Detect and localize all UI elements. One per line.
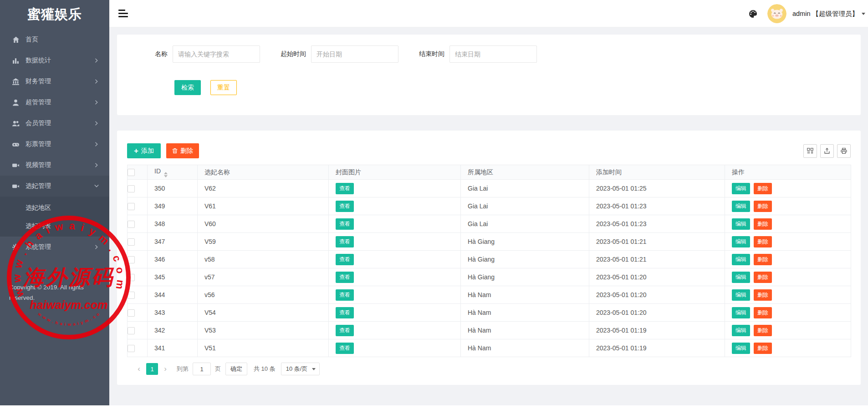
delete-row-button[interactable]: 删除 bbox=[754, 254, 772, 265]
batch-delete-button[interactable]: 删除 bbox=[166, 143, 199, 158]
next-page-icon[interactable]: › bbox=[160, 363, 170, 375]
sidebar-submenu-consort: 选妃地区选妃列表 bbox=[0, 197, 109, 237]
view-cover-button[interactable]: 查看 bbox=[336, 307, 354, 318]
cell-name: V62 bbox=[198, 180, 329, 197]
view-cover-button[interactable]: 查看 bbox=[336, 236, 354, 247]
row-checkbox[interactable] bbox=[128, 256, 135, 263]
cell-name: V53 bbox=[198, 322, 329, 339]
sidebar-item-video[interactable]: 视频管理 bbox=[0, 155, 109, 176]
chevron-right-icon bbox=[94, 162, 99, 168]
filter-columns-button[interactable] bbox=[803, 144, 817, 158]
edit-button[interactable]: 编辑 bbox=[732, 343, 750, 354]
cell-region: Hà Nam bbox=[461, 286, 589, 304]
edit-button[interactable]: 编辑 bbox=[732, 254, 750, 265]
home-icon bbox=[12, 36, 20, 44]
cell-id: 341 bbox=[148, 339, 198, 357]
add-button[interactable]: + 添加 bbox=[127, 143, 161, 158]
keyword-input[interactable] bbox=[173, 45, 260, 63]
view-cover-button[interactable]: 查看 bbox=[336, 325, 354, 336]
sidebar-item-consort[interactable]: 选妃管理 bbox=[0, 176, 109, 197]
row-checkbox[interactable] bbox=[128, 292, 135, 299]
current-page[interactable]: 1 bbox=[146, 363, 158, 375]
sidebar-item-finance[interactable]: 财务管理 bbox=[0, 71, 109, 92]
edit-button[interactable]: 编辑 bbox=[732, 236, 750, 247]
row-checkbox[interactable] bbox=[128, 203, 135, 210]
delete-row-button[interactable]: 删除 bbox=[754, 183, 772, 194]
sidebar-item-members[interactable]: 会员管理 bbox=[0, 113, 109, 134]
header-cover: 封面图片 bbox=[329, 165, 461, 180]
delete-row-button[interactable]: 删除 bbox=[754, 201, 772, 212]
row-checkbox[interactable] bbox=[128, 327, 135, 334]
row-checkbox[interactable] bbox=[128, 309, 135, 317]
view-cover-button[interactable]: 查看 bbox=[336, 343, 354, 354]
table-row: 345v57查看Hà Giang2023-05-01 01:20编辑删除 bbox=[128, 268, 851, 286]
gear-icon bbox=[12, 243, 20, 251]
export-button[interactable] bbox=[820, 144, 834, 158]
reset-button[interactable]: 重置 bbox=[210, 80, 237, 95]
row-checkbox[interactable] bbox=[128, 345, 135, 352]
table-row: 342V53查看Hà Nam2023-05-01 01:19编辑删除 bbox=[128, 322, 851, 339]
start-time-label: 起始时间 bbox=[281, 50, 306, 58]
cell-id: 347 bbox=[148, 233, 198, 251]
delete-row-button[interactable]: 删除 bbox=[754, 236, 772, 247]
delete-row-button[interactable]: 删除 bbox=[754, 325, 772, 336]
delete-row-button[interactable]: 删除 bbox=[754, 343, 772, 354]
edit-button[interactable]: 编辑 bbox=[732, 289, 750, 301]
user-avatar[interactable] bbox=[767, 4, 786, 23]
copyright-text: Copyright © 2019. All rights reserved. bbox=[9, 282, 100, 303]
row-checkbox[interactable] bbox=[128, 274, 135, 281]
edit-button[interactable]: 编辑 bbox=[732, 201, 750, 212]
cell-id: 348 bbox=[148, 215, 198, 233]
view-cover-button[interactable]: 查看 bbox=[336, 289, 354, 301]
confirm-page-button[interactable]: 确定 bbox=[225, 363, 247, 375]
search-button[interactable]: 检索 bbox=[174, 80, 201, 95]
delete-row-button[interactable]: 删除 bbox=[754, 307, 772, 318]
end-date-input[interactable] bbox=[449, 45, 537, 63]
sidebar-item-system[interactable]: 系统管理 bbox=[0, 237, 109, 257]
sidebar-subitem-consort-list[interactable]: 选妃列表 bbox=[0, 217, 109, 235]
edit-button[interactable]: 编辑 bbox=[732, 307, 750, 318]
goto-page-input[interactable] bbox=[193, 363, 211, 375]
chart-icon bbox=[12, 57, 20, 65]
app-logo: 蜜獾娱乐 bbox=[0, 0, 109, 28]
cell-name: V59 bbox=[198, 233, 329, 251]
print-button[interactable] bbox=[837, 144, 851, 158]
delete-row-button[interactable]: 删除 bbox=[754, 289, 772, 301]
sort-control[interactable] bbox=[164, 172, 168, 177]
edit-button[interactable]: 编辑 bbox=[732, 272, 750, 283]
view-cover-button[interactable]: 查看 bbox=[336, 272, 354, 283]
chevron-right-icon bbox=[94, 141, 99, 147]
view-cover-button[interactable]: 查看 bbox=[336, 218, 354, 230]
sidebar-item-lottery[interactable]: 彩票管理 bbox=[0, 134, 109, 155]
table-row: 350V62查看Gia Lai2023-05-01 01:25编辑删除 bbox=[128, 180, 851, 197]
cell-region: Gia Lai bbox=[461, 215, 589, 233]
edit-button[interactable]: 编辑 bbox=[732, 218, 750, 230]
menu-toggle-icon[interactable] bbox=[118, 10, 128, 18]
view-cover-button[interactable]: 查看 bbox=[336, 201, 354, 212]
sidebar-subitem-consort-region[interactable]: 选妃地区 bbox=[0, 198, 109, 217]
edit-button[interactable]: 编辑 bbox=[732, 183, 750, 194]
header-name: 选妃名称 bbox=[198, 165, 329, 180]
view-cover-button[interactable]: 查看 bbox=[336, 254, 354, 265]
row-checkbox[interactable] bbox=[128, 185, 135, 192]
cell-time: 2023-05-01 01:23 bbox=[589, 197, 725, 215]
page-size-select[interactable]: 10 条/页 bbox=[281, 363, 320, 375]
sidebar-item-home[interactable]: 首页 bbox=[0, 29, 109, 50]
header-actions: 操作 bbox=[725, 165, 851, 180]
edit-button[interactable]: 编辑 bbox=[732, 325, 750, 336]
prev-page-icon[interactable]: ‹ bbox=[134, 363, 144, 375]
view-cover-button[interactable]: 查看 bbox=[336, 183, 354, 194]
username-dropdown[interactable]: admin 【超级管理员】 bbox=[792, 10, 865, 18]
start-date-input[interactable] bbox=[311, 45, 398, 63]
theme-palette-icon[interactable] bbox=[749, 10, 757, 18]
sidebar-item-stats[interactable]: 数据统计 bbox=[0, 50, 109, 71]
delete-row-button[interactable]: 删除 bbox=[754, 272, 772, 283]
select-all-checkbox[interactable] bbox=[128, 169, 135, 176]
delete-row-button[interactable]: 删除 bbox=[754, 218, 772, 230]
cell-id: 343 bbox=[148, 304, 198, 322]
sidebar-item-superadmin[interactable]: 超管管理 bbox=[0, 92, 109, 113]
row-checkbox[interactable] bbox=[128, 238, 135, 246]
name-label: 名称 bbox=[155, 50, 168, 58]
cell-id: 345 bbox=[148, 268, 198, 286]
row-checkbox[interactable] bbox=[128, 221, 135, 228]
